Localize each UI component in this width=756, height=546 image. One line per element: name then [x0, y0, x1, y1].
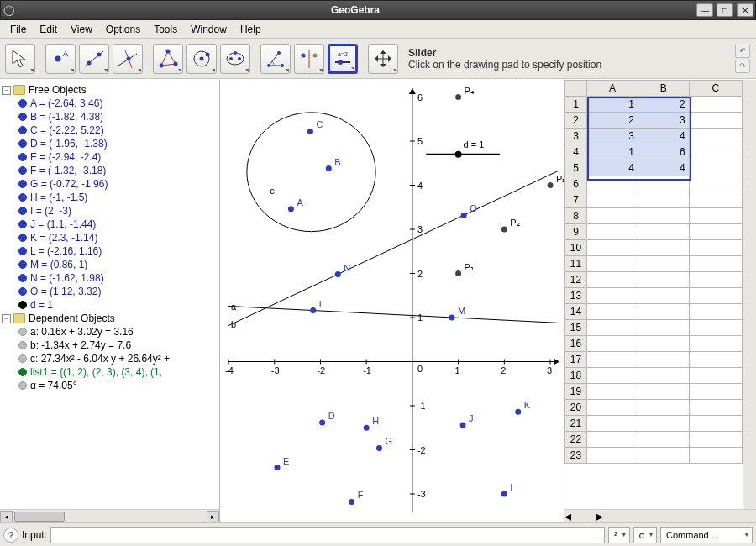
close-button[interactable]: ✕: [737, 3, 753, 17]
command-input[interactable]: [50, 527, 605, 543]
cell[interactable]: [638, 448, 689, 464]
tool-ellipse[interactable]: [220, 44, 250, 74]
row-header[interactable]: 20: [565, 400, 587, 416]
algebra-item[interactable]: N = (-1.62, 1.98): [0, 271, 219, 285]
cell[interactable]: [638, 288, 689, 304]
cell[interactable]: [689, 272, 742, 288]
cell[interactable]: [638, 304, 689, 320]
row-header[interactable]: 10: [565, 240, 587, 256]
cell[interactable]: [689, 160, 742, 176]
col-header[interactable]: B: [638, 81, 689, 97]
cell[interactable]: [689, 224, 742, 240]
col-header[interactable]: C: [689, 81, 742, 97]
algebra-item[interactable]: K = (2.3, -1.14): [0, 231, 219, 244]
cell[interactable]: [638, 208, 689, 224]
undo-button[interactable]: ↶: [735, 45, 750, 58]
cell[interactable]: [638, 336, 689, 352]
row-header[interactable]: 5: [565, 160, 587, 176]
row-header[interactable]: 14: [565, 304, 587, 320]
cell[interactable]: [689, 432, 742, 448]
algebra-item[interactable]: E = (-2.94, -2.4): [0, 150, 219, 164]
row-header[interactable]: 21: [565, 416, 587, 432]
cell[interactable]: [689, 176, 742, 192]
cell[interactable]: [689, 384, 742, 400]
cell[interactable]: [689, 336, 742, 352]
algebra-item[interactable]: G = (-0.72, -1.96): [0, 177, 219, 191]
cell[interactable]: [638, 368, 689, 384]
tool-reflect[interactable]: [294, 44, 324, 74]
row-header[interactable]: 23: [565, 448, 587, 464]
algebra-item[interactable]: M = (0.86, 1): [0, 258, 219, 271]
algebra-item[interactable]: C = (-2.22, 5.22): [0, 123, 219, 137]
cell[interactable]: [587, 384, 638, 400]
cell[interactable]: [587, 320, 638, 336]
cell[interactable]: 4: [587, 160, 638, 176]
tool-polygon[interactable]: [153, 44, 183, 74]
row-header[interactable]: 6: [565, 176, 587, 192]
row-header[interactable]: 11: [565, 256, 587, 272]
cell[interactable]: [638, 240, 689, 256]
algebra-item[interactable]: d = 1: [0, 298, 219, 312]
spreadsheet-grid[interactable]: ABC1122233344165446789101112131415161718…: [564, 80, 743, 509]
algebra-item[interactable]: A = (-2.64, 3.46): [0, 97, 219, 110]
row-header[interactable]: 18: [565, 368, 587, 384]
cell[interactable]: 1: [587, 97, 638, 113]
cell[interactable]: 1: [587, 144, 638, 160]
cell[interactable]: [587, 304, 638, 320]
col-header[interactable]: A: [587, 81, 638, 97]
cell[interactable]: 3: [587, 129, 638, 144]
cell[interactable]: [587, 352, 638, 368]
cell[interactable]: [689, 192, 742, 208]
row-header[interactable]: 9: [565, 224, 587, 240]
menu-file[interactable]: File: [3, 22, 33, 37]
cell[interactable]: [587, 448, 638, 464]
cell[interactable]: [638, 176, 689, 192]
algebra-item[interactable]: F = (-1.32, -3.18): [0, 164, 219, 177]
cell[interactable]: 4: [638, 160, 689, 176]
system-menu-icon[interactable]: ◯: [1, 4, 16, 16]
algebra-item[interactable]: α = 74.05°: [0, 379, 219, 392]
redo-button[interactable]: ↷: [735, 60, 750, 73]
cell[interactable]: [587, 336, 638, 352]
cell[interactable]: [587, 176, 638, 192]
cell[interactable]: 2: [638, 97, 689, 113]
cell[interactable]: [638, 384, 689, 400]
cell[interactable]: [587, 368, 638, 384]
menu-help[interactable]: Help: [234, 22, 268, 37]
algebra-item[interactable]: list1 = {(1, 2), (2, 3), (3, 4), (1,: [0, 365, 219, 379]
algebra-item[interactable]: c: 27.34x² - 6.04x y + 26.64y² +: [0, 352, 219, 365]
algebra-folder[interactable]: −Free Objects: [0, 83, 219, 97]
cell[interactable]: [587, 256, 638, 272]
row-header[interactable]: 4: [565, 144, 587, 160]
tool-slider[interactable]: a=2: [328, 44, 358, 74]
graphics-view[interactable]: -4-3-2-10123-3-2-1123456abcd = 1ABCDEFGH…: [220, 80, 564, 522]
menu-edit[interactable]: Edit: [33, 22, 64, 37]
cell[interactable]: [689, 352, 742, 368]
algebra-item[interactable]: H = (-1, -1.5): [0, 191, 219, 204]
row-header[interactable]: 2: [565, 113, 587, 129]
minimize-button[interactable]: —: [696, 3, 713, 17]
spreadsheet-vscrollbar[interactable]: [743, 80, 756, 509]
cell[interactable]: 2: [587, 113, 638, 129]
cell[interactable]: [638, 272, 689, 288]
cell[interactable]: [587, 400, 638, 416]
cell[interactable]: [689, 208, 742, 224]
cell[interactable]: [587, 288, 638, 304]
cell[interactable]: [638, 416, 689, 432]
cell[interactable]: [587, 224, 638, 240]
algebra-item[interactable]: B = (-1.82, 4.38): [0, 110, 219, 123]
algebra-folder[interactable]: −Dependent Objects: [0, 312, 219, 325]
algebra-item[interactable]: J = (1.1, -1.44): [0, 218, 219, 231]
cell[interactable]: [587, 240, 638, 256]
cell[interactable]: 6: [638, 144, 689, 160]
cell[interactable]: [587, 432, 638, 448]
row-header[interactable]: 3: [565, 129, 587, 144]
cell[interactable]: [689, 368, 742, 384]
menu-view[interactable]: View: [64, 22, 99, 37]
cell[interactable]: [689, 320, 742, 336]
algebra-item[interactable]: b: -1.34x + 2.74y = 7.6: [0, 339, 219, 352]
cell[interactable]: [689, 144, 742, 160]
cell[interactable]: [689, 400, 742, 416]
cell[interactable]: [689, 448, 742, 464]
row-header[interactable]: 1: [565, 97, 587, 113]
